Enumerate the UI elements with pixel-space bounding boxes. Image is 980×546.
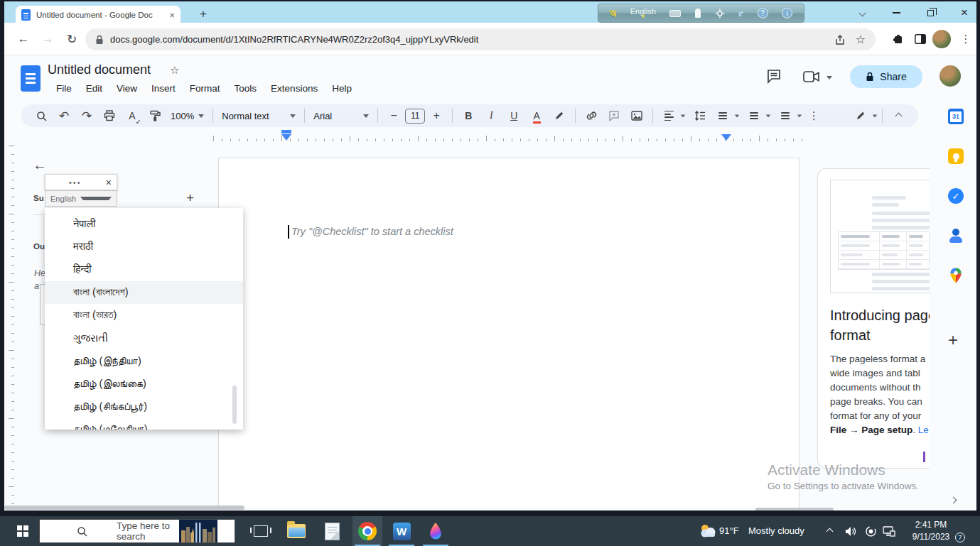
chevron-down-icon[interactable] bbox=[766, 114, 770, 117]
dismiss-button-fragment[interactable] bbox=[923, 452, 925, 462]
calendar-icon[interactable]: 31 bbox=[947, 108, 964, 125]
italic-button[interactable]: I bbox=[483, 107, 499, 124]
collapse-toolbar-button[interactable] bbox=[890, 107, 906, 124]
reload-button[interactable]: ↻ bbox=[63, 30, 81, 48]
comment-history-icon[interactable] bbox=[766, 68, 782, 84]
internet-explorer-icon[interactable]: e bbox=[738, 7, 743, 19]
browser-menu-kebab-icon[interactable]: ⋮ bbox=[957, 30, 975, 48]
contacts-icon[interactable] bbox=[947, 227, 964, 244]
tab-close-icon[interactable]: × bbox=[169, 10, 175, 21]
google-docs-icon[interactable] bbox=[21, 65, 41, 92]
highlight-color-icon[interactable] bbox=[551, 107, 567, 124]
weather-condition[interactable]: Mostly cloudy bbox=[748, 525, 804, 536]
redo-icon[interactable]: ↷ bbox=[79, 107, 95, 124]
address-bar[interactable]: docs.google.com/document/d/1XtINo2RfRTIC… bbox=[85, 28, 876, 50]
keep-icon[interactable] bbox=[947, 148, 964, 165]
paint-format-icon[interactable] bbox=[147, 107, 163, 124]
show-hidden-icons-chevron[interactable] bbox=[819, 516, 840, 546]
share-page-icon[interactable] bbox=[834, 34, 846, 45]
maps-icon[interactable] bbox=[947, 267, 964, 284]
avro-logo-icon[interactable]: অ bbox=[610, 7, 616, 20]
taskbar-search-box[interactable]: Type here to search bbox=[39, 519, 235, 543]
decrease-font-size-button[interactable]: − bbox=[386, 107, 402, 124]
menu-item[interactable]: Help bbox=[325, 81, 359, 96]
add-summary-button[interactable]: + bbox=[186, 190, 194, 206]
browser-profile-avatar[interactable] bbox=[932, 30, 951, 48]
undo-icon[interactable]: ↶ bbox=[56, 107, 72, 124]
vertical-ruler[interactable] bbox=[6, 146, 14, 508]
editing-mode-pencil-icon[interactable] bbox=[853, 107, 868, 124]
get-add-ons-button[interactable]: + bbox=[948, 330, 958, 350]
menu-item[interactable]: Format bbox=[183, 81, 227, 96]
side-panel-icon[interactable] bbox=[911, 30, 930, 48]
bookmark-star-icon[interactable]: ☆ bbox=[856, 33, 866, 46]
bold-button[interactable]: B bbox=[461, 107, 476, 124]
star-document-icon[interactable]: ☆ bbox=[170, 64, 179, 77]
increase-font-size-button[interactable]: + bbox=[429, 107, 444, 124]
avro-help-icon[interactable]: ? bbox=[758, 8, 768, 18]
dropdown-scrollbar-thumb[interactable] bbox=[232, 386, 237, 424]
language-widget-header[interactable]: ••• × bbox=[45, 174, 117, 190]
language-option[interactable]: தமிழ் (இலங்கை) bbox=[45, 372, 243, 395]
line-spacing-icon[interactable] bbox=[692, 107, 708, 124]
window-chevron-button[interactable] bbox=[851, 3, 873, 23]
align-icon[interactable] bbox=[661, 107, 677, 124]
underline-button[interactable]: U bbox=[506, 107, 522, 124]
weather-temperature[interactable]: 91°F bbox=[719, 525, 739, 536]
avro-language-selector[interactable]: English bbox=[630, 8, 656, 18]
horizontal-ruler[interactable] bbox=[213, 130, 804, 141]
action-center-icon[interactable]: 7 bbox=[944, 522, 962, 540]
chrome-taskbar-icon[interactable] bbox=[352, 516, 382, 546]
avro-settings-gear-icon[interactable] bbox=[715, 9, 725, 18]
language-selector-button[interactable]: English (US) bbox=[45, 190, 117, 207]
language-option[interactable]: ગુજરાતી bbox=[45, 327, 243, 349]
insert-link-icon[interactable] bbox=[583, 107, 599, 124]
menu-item[interactable]: Tools bbox=[227, 81, 264, 96]
language-option[interactable]: বাংলা (ভারত) bbox=[45, 304, 243, 327]
chevron-down-icon[interactable] bbox=[826, 76, 832, 80]
spellcheck-icon[interactable]: A ✓ bbox=[124, 107, 140, 124]
avro-keyboard-taskbar-icon[interactable] bbox=[421, 516, 451, 546]
window-minimize-button[interactable] bbox=[885, 3, 907, 23]
tasks-icon[interactable]: ✓ bbox=[947, 187, 964, 204]
share-button[interactable]: Share bbox=[850, 65, 922, 88]
search-menus-icon[interactable] bbox=[33, 107, 49, 124]
font-select[interactable]: Arial bbox=[313, 111, 369, 121]
bulleted-list-icon[interactable] bbox=[746, 107, 762, 124]
print-icon[interactable] bbox=[102, 107, 117, 124]
hide-side-panel-button[interactable] bbox=[951, 493, 956, 506]
chevron-down-icon[interactable] bbox=[681, 114, 685, 117]
chevron-down-icon[interactable] bbox=[797, 114, 802, 117]
document-title[interactable]: Untitled document bbox=[48, 62, 151, 77]
menu-item[interactable]: Insert bbox=[144, 81, 183, 96]
chevron-down-icon[interactable] bbox=[873, 114, 877, 117]
font-size-input[interactable]: 11 bbox=[405, 109, 425, 124]
language-option[interactable]: नेपाली bbox=[45, 212, 243, 235]
close-icon[interactable]: × bbox=[106, 177, 112, 188]
extensions-puzzle-icon[interactable] bbox=[888, 30, 907, 48]
keyboard-layout-icon[interactable] bbox=[669, 10, 681, 17]
word-taskbar-icon[interactable]: W bbox=[387, 516, 416, 546]
weather-icon[interactable] bbox=[693, 516, 723, 546]
avro-info-icon[interactable]: i bbox=[782, 8, 792, 18]
left-indent-marker[interactable] bbox=[281, 134, 291, 141]
language-option[interactable]: বাংলা (বাংলাদেশ) bbox=[45, 281, 243, 304]
right-indent-marker[interactable] bbox=[721, 134, 731, 141]
window-restore-button[interactable] bbox=[920, 3, 941, 23]
window-close-button[interactable]: × bbox=[954, 3, 975, 23]
back-button[interactable]: ← bbox=[14, 30, 33, 48]
paragraph-style-select[interactable]: Normal text bbox=[222, 111, 296, 121]
notepad-icon[interactable] bbox=[317, 516, 347, 546]
menu-item[interactable]: View bbox=[109, 81, 144, 96]
first-line-indent-marker[interactable] bbox=[281, 130, 291, 133]
language-option[interactable]: தமிழ் (சிங்கப்பூர்) bbox=[45, 395, 243, 418]
network-icon[interactable] bbox=[878, 516, 900, 546]
close-outline-panel-button[interactable]: ← bbox=[33, 157, 47, 173]
meet-video-call-icon[interactable] bbox=[803, 70, 820, 83]
add-comment-icon[interactable] bbox=[606, 107, 622, 124]
language-option[interactable]: தமிழ் (மலேசியா) bbox=[45, 418, 243, 430]
checklist-icon[interactable] bbox=[715, 107, 731, 124]
language-option[interactable]: हिन्दी bbox=[45, 258, 243, 280]
document-page[interactable] bbox=[218, 158, 799, 508]
chevron-down-icon[interactable] bbox=[735, 114, 739, 117]
